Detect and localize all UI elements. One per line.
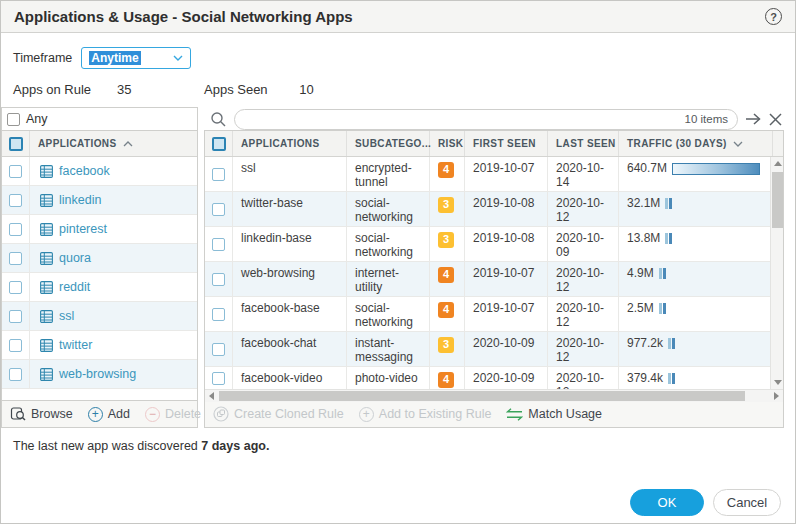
column-header-first-seen[interactable]: FIRST SEEN: [465, 131, 548, 156]
help-icon[interactable]: ?: [765, 8, 782, 25]
column-header-traffic[interactable]: TRAFFIC (30 DAYS): [619, 131, 772, 156]
apps-seen-table: APPLICATIONS SUBCATEGO... RISK FIRST SEE…: [204, 130, 784, 401]
application-icon: [40, 339, 53, 352]
application-icon: [40, 165, 53, 178]
rule-app-row[interactable]: ssl: [2, 302, 197, 331]
cell-traffic: 4.9M: [619, 262, 772, 296]
scroll-up-arrow[interactable]: [771, 157, 783, 170]
rule-app-row[interactable]: twitter: [2, 331, 197, 360]
cell-first-seen: 2019-10-07: [465, 297, 548, 331]
row-checkbox-cell: [2, 157, 30, 185]
cell-last-seen: 2020-10-09: [548, 227, 619, 261]
row-checkbox[interactable]: [9, 194, 22, 207]
traffic-bar: [659, 303, 666, 318]
match-usage-button[interactable]: Match Usage: [506, 407, 602, 421]
row-checkbox[interactable]: [9, 368, 22, 381]
row-checkbox[interactable]: [212, 343, 225, 356]
vertical-scrollbar[interactable]: [770, 157, 783, 389]
row-checkbox[interactable]: [9, 310, 22, 323]
cell-traffic: 640.7M: [619, 157, 772, 191]
vertical-scrollbar-thumb[interactable]: [772, 172, 783, 228]
select-all-cell: [2, 131, 30, 156]
cell-application: web-browsing: [233, 262, 347, 296]
scroll-right-arrow[interactable]: [770, 390, 783, 402]
match-usage-icon: [506, 408, 523, 421]
last-app-discovered-note: The last new app was discovered 7 days a…: [13, 439, 795, 453]
any-checkbox[interactable]: [7, 113, 20, 126]
cell-last-seen: 2020-10-12: [548, 192, 619, 226]
app-name-cell: facebook: [30, 157, 110, 185]
row-checkbox[interactable]: [9, 252, 22, 265]
select-all-checkbox[interactable]: [9, 137, 23, 151]
row-checkbox[interactable]: [9, 165, 22, 178]
timeframe-select[interactable]: Anytime: [81, 47, 191, 69]
risk-badge: 4: [438, 162, 454, 178]
app-name: pinterest: [59, 222, 107, 236]
browse-button[interactable]: Browse: [10, 406, 73, 422]
table-row[interactable]: sslencrypted-tunnel42019-10-072020-10-14…: [205, 157, 772, 192]
cell-traffic: 977.2k: [619, 332, 772, 366]
column-header-applications[interactable]: APPLICATIONS: [30, 131, 197, 156]
title-bar: Applications & Usage - Social Networking…: [1, 1, 795, 33]
cell-first-seen: 2020-10-09: [465, 367, 548, 389]
row-checkbox[interactable]: [9, 281, 22, 294]
table-row[interactable]: facebook-videophoto-video42020-10-092020…: [205, 367, 772, 389]
row-checkbox[interactable]: [212, 238, 225, 251]
clear-filter-icon[interactable]: [769, 113, 782, 126]
cell-last-seen: 2020-10-14: [548, 157, 619, 191]
horizontal-scrollbar-thumb[interactable]: [219, 391, 745, 401]
table-row[interactable]: facebook-chatinstant-messaging32020-10-0…: [205, 332, 772, 367]
row-checkbox[interactable]: [9, 339, 22, 352]
traffic-value: 13.8M: [627, 232, 660, 246]
row-checkbox[interactable]: [212, 372, 225, 385]
cell-application: facebook-chat: [233, 332, 347, 366]
row-checkbox-cell: [205, 227, 233, 261]
apps-seen-counter: Apps Seen 10: [204, 82, 314, 97]
scroll-left-arrow[interactable]: [205, 390, 218, 402]
table-row[interactable]: linkedin-basesocial-networking32019-10-0…: [205, 227, 772, 262]
apps-seen-label: Apps Seen: [204, 82, 268, 97]
rule-app-row[interactable]: quora: [2, 244, 197, 273]
search-input[interactable]: 10 items: [234, 109, 738, 130]
ok-button[interactable]: OK: [630, 489, 704, 516]
row-checkbox-cell: [2, 244, 30, 272]
counters-row: Apps on Rule 35 Apps Seen 10: [1, 80, 795, 98]
cell-application: linkedin-base: [233, 227, 347, 261]
apply-filter-arrow-icon[interactable]: [745, 113, 762, 125]
row-checkbox[interactable]: [212, 273, 225, 286]
horizontal-scrollbar[interactable]: [205, 389, 783, 402]
table-row[interactable]: facebook-basesocial-networking42019-10-0…: [205, 297, 772, 332]
traffic-bar: [668, 373, 675, 388]
timeframe-selected-value: Anytime: [89, 51, 140, 65]
column-header-applications[interactable]: APPLICATIONS: [233, 131, 347, 156]
column-header-last-seen[interactable]: LAST SEEN: [548, 131, 619, 156]
timeframe-row: Timeframe Anytime: [13, 46, 795, 70]
rule-app-row[interactable]: pinterest: [2, 215, 197, 244]
clone-icon: [213, 406, 229, 422]
column-header-risk[interactable]: RISK: [430, 131, 465, 156]
traffic-value: 379.4k: [627, 372, 663, 386]
cell-first-seen: 2019-10-07: [465, 262, 548, 296]
row-checkbox[interactable]: [212, 203, 225, 216]
scroll-down-arrow[interactable]: [771, 376, 783, 389]
rule-app-row[interactable]: reddit: [2, 273, 197, 302]
app-name: linkedin: [59, 193, 101, 207]
table-row[interactable]: twitter-basesocial-networking32019-10-08…: [205, 192, 772, 227]
apps-seen-toolbar: Create Cloned Rule + Add to Existing Rul…: [204, 400, 784, 428]
rule-app-row[interactable]: linkedin: [2, 186, 197, 215]
applications-usage-dialog: Applications & Usage - Social Networking…: [0, 0, 796, 524]
cancel-button[interactable]: Cancel: [713, 489, 781, 516]
table-row[interactable]: web-browsinginternet-utility42019-10-072…: [205, 262, 772, 297]
row-checkbox[interactable]: [9, 223, 22, 236]
rule-app-row[interactable]: web-browsing: [2, 360, 197, 389]
traffic-value: 640.7M: [627, 162, 667, 176]
cell-application: twitter-base: [233, 192, 347, 226]
rule-app-row[interactable]: facebook: [2, 157, 197, 186]
add-button[interactable]: + Add: [88, 407, 130, 422]
items-count-badge: 10 items: [685, 113, 728, 125]
row-checkbox[interactable]: [212, 308, 225, 321]
select-all-checkbox[interactable]: [212, 137, 226, 151]
row-checkbox[interactable]: [212, 168, 225, 181]
risk-badge: 3: [438, 337, 454, 353]
column-header-subcategory[interactable]: SUBCATEGO...: [347, 131, 430, 156]
